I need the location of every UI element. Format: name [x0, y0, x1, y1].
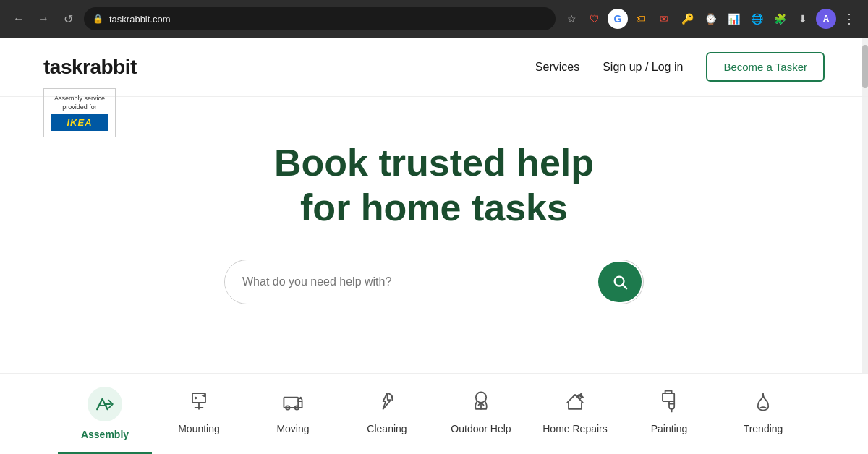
- home-repairs-icon: [561, 387, 590, 416]
- ext-icon-7[interactable]: 📊: [723, 9, 744, 29]
- menu-button[interactable]: ⋮: [839, 9, 859, 29]
- category-cleaning[interactable]: Cleaning: [340, 374, 434, 454]
- back-button[interactable]: ←: [9, 9, 29, 29]
- login-nav-link[interactable]: Sign up / Log in: [603, 61, 683, 74]
- ext-icon-5[interactable]: 🔑: [677, 9, 697, 29]
- search-input[interactable]: [225, 264, 598, 300]
- svg-rect-8: [663, 393, 674, 401]
- lock-icon: 🔒: [93, 14, 103, 24]
- cleaning-icon: [373, 387, 401, 416]
- site-header: taskrabbit Services Sign up / Log in Bec…: [0, 38, 868, 97]
- assembly-icon: [90, 390, 119, 419]
- ext-icon-3[interactable]: 🏷: [631, 9, 651, 29]
- ext-icon-6[interactable]: ⌚: [700, 9, 720, 29]
- search-container: [14, 260, 854, 304]
- ext-icon-4[interactable]: ✉: [654, 9, 674, 29]
- become-tasker-button[interactable]: Become a Tasker: [706, 52, 825, 82]
- category-home-repairs[interactable]: Home Repairs: [528, 374, 622, 454]
- browser-actions: ☆ 🛡 G 🏷 ✉ 🔑 ⌚ 📊 🌐 🧩 ⬇ A ⋮: [561, 9, 859, 29]
- profile-button[interactable]: A: [816, 9, 836, 29]
- assembly-icon-container: [88, 387, 122, 421]
- category-mounting[interactable]: Mounting: [152, 374, 246, 454]
- mounting-label: Mounting: [178, 423, 220, 434]
- ext-icon-1[interactable]: 🛡: [584, 9, 605, 29]
- search-button[interactable]: [598, 262, 642, 302]
- moving-label: Moving: [276, 423, 309, 434]
- address-bar[interactable]: 🔒 taskrabbit.com: [84, 7, 556, 30]
- browser-chrome: ← → ↺ 🔒 taskrabbit.com ☆ 🛡 G 🏷 ✉ 🔑 ⌚ 📊 🌐…: [0, 0, 868, 38]
- category-assembly[interactable]: Assembly: [58, 374, 152, 454]
- category-outdoor-help[interactable]: Outdoor Help: [434, 374, 528, 454]
- extensions-button[interactable]: 🧩: [770, 9, 790, 29]
- hero-title: Book trusted help for home tasks: [181, 140, 687, 231]
- svg-line-1: [623, 285, 626, 288]
- outdoor-help-icon: [467, 387, 495, 416]
- ikea-badge-text: Assembly service provided for: [51, 95, 108, 111]
- assembly-label: Assembly: [81, 429, 129, 440]
- page-content: taskrabbit Services Sign up / Log in Bec…: [0, 38, 868, 454]
- url-text: taskrabbit.com: [109, 14, 171, 25]
- search-icon: [612, 274, 628, 290]
- cleaning-label: Cleaning: [367, 423, 407, 434]
- moving-icon: [278, 387, 307, 416]
- ext-icon-2[interactable]: G: [608, 9, 628, 29]
- forward-button[interactable]: →: [33, 9, 54, 29]
- outdoor-help-label: Outdoor Help: [451, 423, 511, 434]
- star-button[interactable]: ☆: [561, 9, 582, 29]
- download-button[interactable]: ⬇: [793, 9, 813, 29]
- main-nav: Services Sign up / Log in Become a Taske…: [535, 52, 825, 82]
- ext-icon-8[interactable]: 🌐: [746, 9, 767, 29]
- hero-section: Book trusted help for home tasks: [0, 97, 868, 369]
- category-painting[interactable]: Painting: [622, 374, 716, 454]
- category-moving[interactable]: Moving: [246, 374, 340, 454]
- reload-button[interactable]: ↺: [58, 9, 78, 29]
- services-nav-link[interactable]: Services: [535, 61, 579, 74]
- service-categories: Assembly Mounting: [0, 373, 868, 454]
- search-bar: [224, 260, 644, 304]
- site-logo[interactable]: taskrabbit: [43, 56, 137, 79]
- browser-nav-buttons: ← → ↺: [9, 9, 78, 29]
- painting-label: Painting: [651, 423, 688, 434]
- trending-label: Trending: [744, 423, 783, 434]
- home-repairs-label: Home Repairs: [542, 423, 607, 434]
- ikea-logo: IKEA: [51, 114, 108, 131]
- mounting-icon: [184, 387, 213, 416]
- category-trending[interactable]: Trending: [716, 374, 810, 454]
- svg-point-3: [195, 397, 197, 400]
- ikea-badge: Assembly service provided for IKEA: [43, 88, 116, 137]
- trending-icon: [749, 387, 778, 416]
- painting-icon: [655, 387, 684, 416]
